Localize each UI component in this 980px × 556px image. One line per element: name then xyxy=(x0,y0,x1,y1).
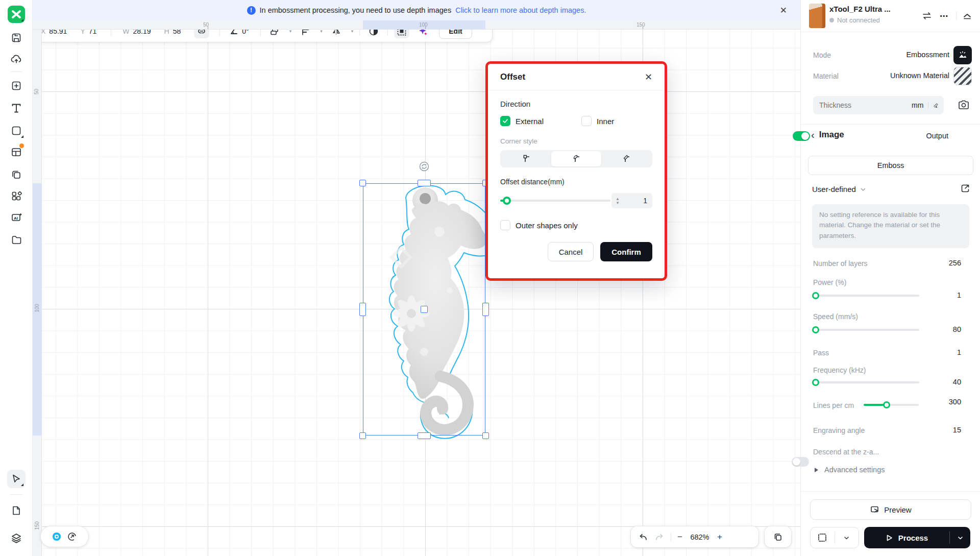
mode-icon[interactable] xyxy=(953,46,972,64)
offset-distance-value[interactable]: 1 xyxy=(620,197,647,205)
resize-handle-e[interactable] xyxy=(482,303,489,316)
offset-distance-stepper[interactable]: ▲▼ 1 xyxy=(611,193,652,208)
layers-icon[interactable] xyxy=(7,529,26,547)
process-type-button[interactable]: Emboss xyxy=(808,156,973,175)
output-toggle[interactable] xyxy=(793,131,810,141)
preset-selector[interactable]: User-defined xyxy=(812,185,866,194)
text-tool-icon[interactable] xyxy=(7,99,26,117)
thickness-input[interactable] xyxy=(819,101,912,109)
top-ruler: 50 100 150 xyxy=(33,20,800,30)
resize-handle-se[interactable] xyxy=(482,432,489,439)
cloud-upload-icon[interactable] xyxy=(7,50,26,68)
material-label: Material xyxy=(813,72,839,80)
measure-icon[interactable]: A xyxy=(933,101,939,110)
corner-chamfer-option[interactable] xyxy=(601,151,651,166)
power-value[interactable]: 1 xyxy=(957,291,961,299)
template-badge xyxy=(19,143,24,148)
status-dot xyxy=(829,18,834,22)
external-checkbox[interactable]: External xyxy=(500,116,544,126)
xtool-logo[interactable] xyxy=(7,5,26,23)
engraving-angle-value[interactable]: 15 xyxy=(953,426,961,434)
resize-handle-n[interactable] xyxy=(418,180,431,186)
device-name[interactable]: xTool_F2 Ultra ... xyxy=(829,5,891,13)
descend-toggle[interactable] xyxy=(792,457,809,467)
cancel-button[interactable]: Cancel xyxy=(548,242,594,261)
selected-object[interactable] xyxy=(363,183,485,436)
camera-icon[interactable] xyxy=(958,100,970,111)
folder-icon[interactable] xyxy=(7,231,26,249)
new-canvas-icon[interactable] xyxy=(7,77,26,95)
resize-handle-nw[interactable] xyxy=(359,180,366,186)
zoom-level[interactable]: 682% xyxy=(689,533,711,541)
pass-value[interactable]: 1 xyxy=(957,348,961,356)
collapse-panel-icon[interactable] xyxy=(962,11,972,20)
zoom-out-button[interactable]: − xyxy=(677,532,682,542)
duplicate-icon[interactable] xyxy=(7,165,26,184)
canvas[interactable]: 50 100 150 50 100 150 xyxy=(33,20,800,556)
save-icon[interactable] xyxy=(7,29,26,47)
corner-round-option[interactable] xyxy=(551,151,601,166)
back-icon[interactable]: ‹ xyxy=(811,130,815,140)
speed-value[interactable]: 80 xyxy=(953,325,961,333)
banner-close-icon[interactable]: ✕ xyxy=(780,5,787,16)
template-icon[interactable] xyxy=(7,143,26,161)
frame-dropdown[interactable] xyxy=(835,535,859,541)
material-icon[interactable] xyxy=(953,67,972,85)
live-view-pill xyxy=(41,526,88,547)
resize-handle-s[interactable] xyxy=(418,432,431,439)
svg-text:AI: AI xyxy=(14,216,18,221)
redo-icon[interactable] xyxy=(654,532,665,542)
pointer-share-icon[interactable] xyxy=(67,531,77,542)
corner-sharp-option[interactable] xyxy=(501,151,551,166)
rotate-handle[interactable] xyxy=(419,161,429,172)
material-notice: No setting reference is available for th… xyxy=(812,204,969,248)
dialog-close-icon[interactable]: ✕ xyxy=(645,71,652,83)
process-dropdown[interactable] xyxy=(950,535,970,541)
thickness-field[interactable]: mm A xyxy=(813,96,944,114)
process-button[interactable]: Process xyxy=(864,534,949,542)
outer-shapes-checkbox[interactable]: Outer shapes only xyxy=(500,220,652,230)
confirm-button[interactable]: Confirm xyxy=(600,242,652,261)
direction-label: Direction xyxy=(500,100,652,108)
inner-checkbox[interactable]: Inner xyxy=(581,116,614,126)
page-icon[interactable] xyxy=(7,501,26,520)
live-dot-button[interactable] xyxy=(53,533,61,541)
triangle-right-icon xyxy=(814,467,819,473)
frame-button[interactable] xyxy=(811,533,835,543)
step-down-icon[interactable]: ▼ xyxy=(616,201,620,205)
undo-icon[interactable] xyxy=(638,532,648,542)
export-parameters-icon[interactable] xyxy=(960,183,971,194)
preview-button[interactable]: Preview xyxy=(810,499,971,520)
zoom-in-button[interactable]: + xyxy=(717,532,722,542)
apps-icon[interactable] xyxy=(7,187,26,205)
device-more-icon[interactable]: ⋯ xyxy=(940,11,948,21)
center-handle[interactable] xyxy=(421,306,428,313)
switch-device-icon[interactable] xyxy=(921,10,933,21)
offset-dialog: Offset ✕ Direction External Inner Corner… xyxy=(485,61,667,281)
shape-tool-icon[interactable] xyxy=(7,122,26,140)
frequency-slider[interactable] xyxy=(813,381,919,383)
ai-image-icon[interactable]: AI xyxy=(7,208,26,227)
power-slider[interactable] xyxy=(813,295,919,297)
speed-slider[interactable] xyxy=(813,329,919,331)
left-ruler: 50 100 150 xyxy=(33,30,42,556)
layers-value[interactable]: 256 xyxy=(949,259,961,267)
material-value[interactable]: Unknown Material xyxy=(890,71,949,80)
frequency-value[interactable]: 40 xyxy=(953,378,961,386)
mode-label: Mode xyxy=(813,51,831,59)
play-icon xyxy=(886,534,893,542)
resize-handle-w[interactable] xyxy=(359,303,366,316)
lines-slider[interactable] xyxy=(864,404,919,406)
resize-handle-sw[interactable] xyxy=(359,432,366,439)
lines-value[interactable]: 300 xyxy=(949,398,961,406)
pages-icon[interactable] xyxy=(773,532,783,542)
offset-distance-slider[interactable] xyxy=(500,197,610,205)
advanced-settings-toggle[interactable]: Advanced settings xyxy=(814,466,885,474)
select-tool-icon[interactable] xyxy=(7,470,26,488)
step-up-icon[interactable]: ▲ xyxy=(616,197,620,201)
output-label: Output xyxy=(926,132,948,140)
banner-link[interactable]: Click to learn more about depth images. xyxy=(455,6,586,14)
mode-value[interactable]: Embossment xyxy=(906,51,949,59)
slider-knob[interactable] xyxy=(503,197,511,205)
device-thumbnail xyxy=(809,4,825,28)
